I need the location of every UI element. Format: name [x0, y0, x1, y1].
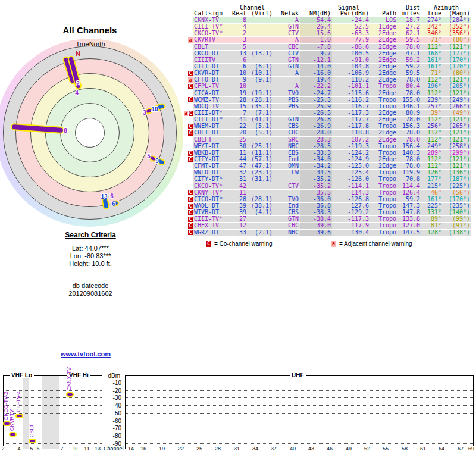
cell-nm-db: -28.0: [300, 130, 332, 136]
cell-azimuth-magn: (284°): [443, 17, 471, 24]
co-channel-badge: C: [188, 124, 193, 129]
legend-adjacent-channel: a = Adjacent channel warning: [330, 240, 412, 247]
cell-virt: [248, 57, 274, 64]
cell-nm-db: -28.3: [300, 137, 332, 143]
cell-azimuth-true: 112°: [421, 156, 443, 163]
cell-azimuth-magn: (138°): [443, 230, 471, 236]
cell-real: 27: [231, 216, 248, 223]
channel-tick-label: 67: [457, 446, 464, 452]
cell-real: 44: [231, 156, 248, 163]
cell-netwk: TVO: [274, 196, 300, 203]
cell-callsign: CICO-DT*: [193, 196, 231, 203]
radar-marker-label: 6: [112, 201, 115, 207]
cell-azimuth-true: 71°: [421, 37, 443, 43]
cell-path: Tropo: [370, 203, 397, 209]
cell-netwk: GTN: [274, 64, 300, 70]
dbm-tick-label: -20: [105, 387, 121, 393]
channel-tick-label: 40: [289, 446, 296, 452]
cell-pwr-dbm: -100.5: [332, 51, 370, 57]
channel-axis-label: Channel: [104, 446, 124, 452]
co-channel-badge: C: [188, 197, 193, 202]
cell-nm-db: -24.7: [300, 90, 332, 97]
criteria-height: Height: 10.0 ft.: [31, 260, 150, 268]
gridline: [4, 443, 102, 444]
channel-tick-label: 4: [17, 446, 21, 452]
cell-netwk: A: [274, 83, 300, 90]
cell-nm-db: -26.8: [300, 117, 332, 123]
search-criteria: Search Criteria Lat: 44.07*** Lon: -80.8…: [31, 231, 150, 298]
gridline: [126, 428, 473, 428]
cell-callsign: WEYI-DT: [193, 143, 231, 150]
cell-callsign: CHEX-TV: [193, 223, 231, 229]
cell-virt: (23.1): [248, 170, 274, 176]
cell-pwr-dbm: -127.6: [332, 203, 370, 209]
spectrum-marker: [9, 432, 17, 437]
adjacent-channel-badge: a: [188, 37, 193, 43]
radar-crosshair-vertical: [90, 48, 90, 218]
cell-virt: (10.1): [248, 70, 274, 77]
cell-azimuth-magn: (121°): [443, 44, 471, 51]
radar-marker-label: 2: [76, 80, 80, 87]
cell-distance: 156.4: [397, 143, 421, 150]
criteria-lon: Lon: -80.83***: [31, 252, 150, 260]
cell-distance: 78.0: [397, 77, 421, 83]
cell-path: 2Edge: [370, 117, 397, 123]
channel-tick-label: 34: [252, 446, 259, 452]
signal-table: CKNX-TV8A54.4-24.4LOS18.7274°(284°)CIII-…: [183, 17, 471, 236]
channel-tick-label: 64: [438, 446, 445, 452]
cell-azimuth-magn: (299°): [443, 150, 471, 156]
cell-azimuth-true: 128°: [421, 230, 443, 236]
channel-tick-label: 61: [419, 446, 427, 452]
cell-nm-db: -35.2: [300, 183, 332, 190]
cell-real: 10: [231, 70, 248, 77]
cell-netwk: CBC: [274, 44, 300, 51]
cell-azimuth-true: 46°: [421, 190, 443, 196]
spectrum-marker: [15, 414, 23, 418]
cell-azimuth-true: 161°: [421, 64, 443, 70]
dbm-tick-label: -30: [105, 395, 121, 401]
dbm-tick-label: -60: [105, 417, 121, 424]
cell-netwk: GTN: [274, 117, 300, 123]
cell-azimuth-true: 256°: [421, 123, 443, 130]
cell-azimuth-true: 89°: [421, 216, 443, 223]
cell-real: 4: [231, 24, 248, 30]
warning-cell: [183, 183, 193, 190]
cell-azimuth-magn: (121°): [443, 90, 471, 97]
cell-real: 10: [231, 83, 248, 90]
cell-distance: 127.0: [397, 223, 421, 229]
cell-netwk: CTV: [274, 183, 300, 190]
channel-tick-label: 9: [73, 446, 77, 452]
cell-azimuth-magn: (356°): [443, 30, 471, 37]
gridline: [4, 383, 102, 383]
cell-real: 9: [231, 77, 248, 83]
co-channel-badge: C: [206, 241, 211, 247]
cell-path: Tropo: [370, 83, 397, 90]
cell-real: 32: [231, 170, 248, 176]
table-row: CCHEX-TV12CBC-39.0-117.9Tropo127.081°(91…: [183, 223, 471, 229]
cell-distance: 59.5: [397, 37, 421, 43]
cell-netwk: A: [274, 37, 300, 43]
cell-distance: 70.8: [397, 176, 421, 183]
cell-distance: 27.2: [397, 24, 421, 30]
cell-azimuth-magn: (136°): [443, 170, 471, 176]
cell-callsign: CKNY-TV*: [193, 190, 231, 196]
gridline: [126, 383, 473, 383]
gridline: [126, 390, 473, 391]
cell-real: 6: [231, 57, 248, 64]
warning-cell: [183, 90, 193, 97]
warning-cell: [183, 143, 193, 150]
dbm-tick-label: -50: [105, 409, 121, 416]
cell-virt: [248, 24, 274, 30]
cell-callsign: CIII-DT: [193, 64, 231, 70]
cell-real: 11: [231, 190, 248, 196]
radar-marker-label: 3: [143, 109, 146, 116]
cell-virt: (4.1): [248, 209, 274, 216]
header-callsign: Callsign: [193, 11, 231, 17]
cell-path: Tropo: [370, 209, 397, 216]
warning-cell: [183, 17, 193, 24]
cell-netwk: CTV: [274, 30, 300, 37]
cell-azimuth-magn: (121°): [443, 130, 471, 136]
tvfool-link[interactable]: www.tvfool.com: [61, 350, 111, 358]
channel-tick-label: 37: [270, 446, 277, 452]
header-virt: (Virt): [248, 11, 274, 17]
